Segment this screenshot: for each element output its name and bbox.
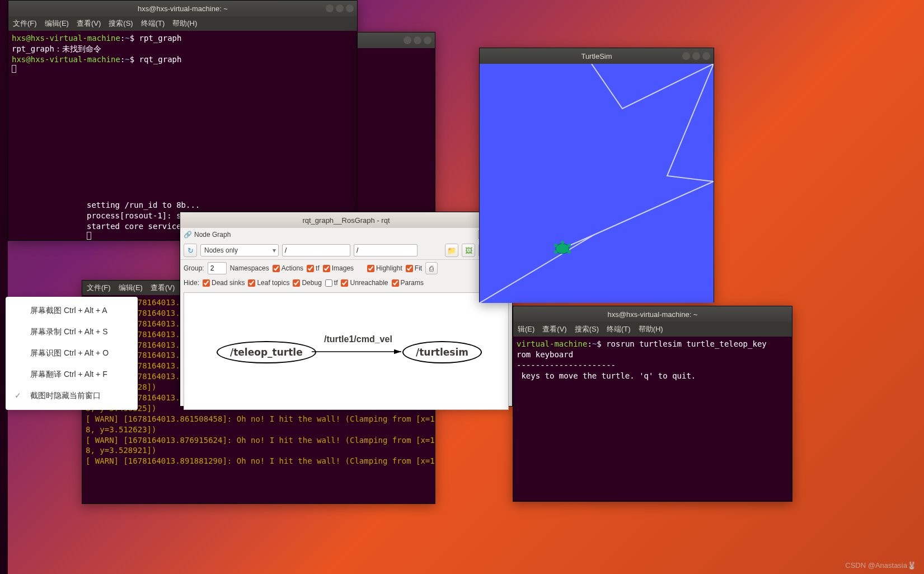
ctxmenu-record[interactable]: 屏幕录制 Ctrl + Alt + S (6, 321, 138, 343)
terminal-teleop: hxs@hxs-virtual-machine: ~ 辑(E) 查看(V) 搜索… (513, 306, 792, 502)
minimize-icon[interactable] (404, 36, 411, 44)
screenshot-context-menu: 屏幕截图 Ctrl + Alt + A 屏幕录制 Ctrl + Alt + S … (6, 297, 138, 410)
svg-point-2 (554, 244, 557, 247)
debug-checkbox[interactable]: Debug (293, 279, 321, 287)
graph-node-teleop[interactable]: /teleop_turtle (217, 341, 316, 363)
menu-help[interactable]: 帮助(H) (639, 324, 663, 334)
menubar[interactable]: 辑(E) 查看(V) 搜索(S) 终端(T) 帮助(H) (513, 322, 792, 337)
window-titlebar[interactable]: hxs@hxs-virtual-machine: ~ (513, 306, 792, 322)
terminal-output[interactable]: hxs@hxs-virtual-machine:~$ rpt_graph rpt… (8, 31, 357, 78)
window-titlebar[interactable] (358, 32, 435, 48)
maximize-icon[interactable] (692, 52, 700, 60)
menu-edit[interactable]: 编辑(E) (45, 18, 69, 29)
close-icon[interactable] (346, 4, 354, 12)
params-checkbox[interactable]: Params (392, 279, 424, 287)
namespaces-label: Namespaces (230, 264, 269, 272)
highlight-checkbox[interactable]: Highlight (367, 264, 402, 272)
graph-canvas[interactable]: /teleop_turtle /turtle1/cmd_vel /turtles… (184, 292, 509, 410)
cursor (87, 232, 91, 240)
refresh-button[interactable]: ↻ (184, 244, 197, 257)
cursor (12, 65, 16, 73)
window-title: hxs@hxs-virtual-machine: ~ (138, 4, 228, 13)
window-titlebar[interactable]: hxs@hxs-virtual-machine: ~ (8, 1, 357, 16)
turtlesim-window: TurtleSim (479, 48, 714, 302)
group-input[interactable] (208, 262, 227, 274)
rqt-group-row: Group: Namespaces Actions tf Images High… (180, 260, 512, 277)
save-image-icon[interactable]: 🖼 (462, 244, 475, 257)
group-label: Group: (184, 264, 204, 272)
node-graph-icon: 🔗 (184, 231, 192, 239)
actions-checkbox[interactable]: Actions (273, 264, 303, 272)
nodes-select[interactable]: Nodes only (200, 244, 279, 256)
rqt-subtitle: Node Graph (194, 231, 231, 239)
tf-checkbox[interactable]: tf (307, 264, 320, 272)
images-checkbox[interactable]: Images (323, 264, 354, 272)
deadsinks-checkbox[interactable]: Dead sinks (203, 279, 245, 287)
ctxmenu-translate[interactable]: 屏幕翻译 Ctrl + Alt + F (6, 364, 138, 385)
menu-file[interactable]: 文件(F) (13, 18, 37, 29)
svg-point-6 (561, 241, 564, 244)
config-icon[interactable]: ⎙ (425, 262, 438, 274)
graph-node-turtlesim[interactable]: /turtlesim (402, 341, 482, 363)
ctxmenu-ocr[interactable]: 屏幕识图 Ctrl + Alt + O (6, 343, 138, 364)
menu-view[interactable]: 查看(V) (77, 18, 101, 29)
close-icon[interactable] (702, 52, 710, 60)
graph-edge-label: /turtle1/cmd_vel (324, 334, 392, 344)
turtlesim-canvas[interactable] (480, 64, 714, 303)
maximize-icon[interactable] (336, 4, 344, 12)
menu-view[interactable]: 查看(V) (151, 283, 175, 293)
menu-edit[interactable]: 编辑(E) (119, 283, 143, 293)
window-titlebar[interactable]: TurtleSim (480, 48, 714, 64)
rqt-graph-window: rqt_graph__RosGraph - rqt 🔗Node Graph D … (180, 212, 513, 407)
turtle-icon (553, 241, 572, 256)
menubar[interactable]: 文件(F) 编辑(E) 查看(V) 搜索(S) 终端(T) 帮助(H) (8, 16, 357, 31)
watermark: CSDN @Anastasia🐰 (845, 561, 916, 570)
ctxmenu-screenshot[interactable]: 屏幕截图 Ctrl + Alt + A (6, 300, 138, 321)
window-title: TurtleSim (581, 52, 612, 60)
tf-hide-checkbox[interactable]: tf (325, 279, 338, 287)
rqt-hide-row: Hide: Dead sinks Leaf topics Debug tf Un… (180, 277, 512, 289)
minimize-icon[interactable] (326, 4, 334, 12)
fit-checkbox[interactable]: Fit (406, 264, 422, 272)
unreachable-checkbox[interactable]: Unreachable (341, 279, 388, 287)
window-title: rqt_graph__RosGraph - rqt (302, 216, 390, 225)
rqt-header: 🔗Node Graph D ? - O (180, 228, 512, 241)
svg-point-3 (567, 244, 571, 247)
dock-sidebar[interactable] (0, 0, 8, 574)
hide-label: Hide: (184, 279, 199, 287)
filter1-input[interactable] (282, 244, 350, 256)
open-icon[interactable]: 📁 (445, 244, 458, 257)
minimize-icon[interactable] (682, 52, 690, 60)
svg-point-5 (567, 250, 571, 254)
svg-point-1 (556, 244, 569, 254)
window-title: hxs@hxs-virtual-machine: ~ (608, 310, 698, 319)
close-icon[interactable] (424, 36, 431, 44)
ctxmenu-hide-window[interactable]: 截图时隐藏当前窗口 (6, 385, 138, 407)
menu-file[interactable]: 文件(F) (87, 283, 111, 293)
maximize-icon[interactable] (414, 36, 421, 44)
menu-search[interactable]: 搜索(S) (575, 324, 599, 334)
menu-view[interactable]: 查看(V) (542, 324, 566, 334)
terminal-output[interactable]: virtual-machine:~$ rosrun turtlesim turt… (513, 337, 792, 384)
filter2-input[interactable] (354, 244, 418, 256)
menu-terminal[interactable]: 终端(T) (141, 18, 165, 29)
svg-point-4 (554, 250, 557, 254)
leaftopics-checkbox[interactable]: Leaf topics (248, 279, 289, 287)
menu-edit[interactable]: 辑(E) (518, 324, 534, 334)
menu-terminal[interactable]: 终端(T) (607, 324, 631, 334)
rqt-toolbar: ↻ Nodes only 📁 🖼 🖼 ■ (180, 241, 512, 260)
menu-help[interactable]: 帮助(H) (172, 18, 197, 29)
window-titlebar[interactable]: rqt_graph__RosGraph - rqt (180, 212, 512, 228)
menu-search[interactable]: 搜索(S) (109, 18, 133, 29)
